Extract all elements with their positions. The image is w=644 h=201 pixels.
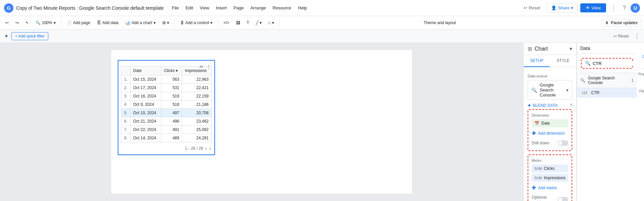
menu-edit[interactable]: Edit <box>183 4 196 12</box>
theme-layout-button[interactable]: Theme and layout <box>420 19 460 26</box>
eye-icon: 👁 <box>586 5 590 10</box>
app-logo: G <box>4 3 13 13</box>
line-icon: ╱ <box>256 20 258 25</box>
undo-button[interactable]: ↩ <box>3 19 11 26</box>
edit-chart-button[interactable]: ✏ <box>199 63 204 70</box>
reset-button[interactable]: ↩ Reset <box>520 3 544 12</box>
image-button[interactable]: 🖼 <box>233 19 243 26</box>
control-icon: 🎛 <box>180 20 184 25</box>
metric-section: Metric SUM Clicks SUM Impressions ✚ Add … <box>528 154 572 201</box>
separator-3 <box>218 19 218 27</box>
share-button[interactable]: 👤 Share ▾ <box>547 3 578 13</box>
code-button[interactable]: </> <box>221 19 232 26</box>
prev-page-button[interactable]: ‹ <box>205 145 208 152</box>
table-row: 2. Oct 17, 2024 531 22,421 <box>121 84 212 92</box>
menu-view[interactable]: View <box>197 4 212 12</box>
filter-reset-button[interactable]: ↩ Reset <box>611 32 631 40</box>
data-source-header: 🔍 Google Search Console 1 <box>577 73 637 88</box>
blend-data-button[interactable]: ✚ BLEND DATA ? <box>528 102 572 109</box>
filter-bar-right: ↩ Reset ⋮ <box>611 32 640 40</box>
table-row: 3. Oct 16, 2024 519 22,159 <box>121 92 212 100</box>
menu-help[interactable]: Help <box>295 4 310 12</box>
add-chart-button[interactable]: 📊 Add a chart ▾ <box>122 19 158 26</box>
add-data-button[interactable]: 🗄 Add data <box>94 19 121 26</box>
select-tool-button[interactable]: ↖ <box>23 19 32 26</box>
add-page-icon: 📄 <box>67 20 72 25</box>
blend-icon: ✚ <box>528 103 531 108</box>
table-footer: 1 - 28 / 28 ‹ › <box>121 145 212 152</box>
filter-more-icon[interactable]: ⋮ <box>634 32 640 40</box>
table-header-date[interactable]: Date <box>130 66 161 75</box>
table-header-num <box>121 66 130 75</box>
metric-chip-clicks[interactable]: SUM Clicks <box>532 164 568 173</box>
data-source-dropdown-button[interactable]: ▾ <box>566 87 569 93</box>
canvas-area: ✏ ⋮ Date Clicks ▾ Impressions <box>0 43 523 201</box>
menu-file[interactable]: File <box>169 4 181 12</box>
data-source-label: Data source <box>528 74 572 78</box>
panel-body: Data source 🔍 Google Search Console ▾ ✚ … <box>524 67 576 201</box>
drill-down-label: Drill down <box>532 141 557 145</box>
metric-label: Metric <box>532 158 568 162</box>
chart-panel-title: Chart <box>535 46 548 52</box>
add-control-button[interactable]: 🎛 Add a control ▾ <box>177 19 215 26</box>
add-data-icon: 🗄 <box>97 20 101 25</box>
add-page-button[interactable]: 📄 Add page <box>64 19 93 26</box>
text-icon: T <box>247 20 249 25</box>
toggle-knob <box>558 141 562 145</box>
add-dimension-button[interactable]: ✚ Add dimension <box>532 129 568 138</box>
sidebar-properties-button[interactable]: ✏ Properties <box>637 63 644 79</box>
pause-updates-button[interactable]: ⏸ Pause updates <box>601 19 641 27</box>
chart-icon: 📊 <box>125 20 130 25</box>
data-source-icon: 🔍 <box>531 87 537 93</box>
data-source-row: 🔍 Google Search Console ▾ <box>528 80 572 100</box>
table-row: 8. Oct 14, 2024 489 24,281 <box>121 134 212 142</box>
next-page-button[interactable]: › <box>209 145 212 152</box>
add-metric-button[interactable]: ✚ Add metric <box>532 183 568 192</box>
menu-page[interactable]: Page <box>231 4 246 12</box>
app-title: Copy of Two Minute Reports : Google Sear… <box>16 5 164 11</box>
separator-2 <box>174 19 175 27</box>
menu-insert[interactable]: Insert <box>213 4 230 12</box>
line-button[interactable]: ╱ ▾ <box>253 19 264 26</box>
undo-icon: ↩ <box>5 20 9 25</box>
data-search-input[interactable] <box>593 61 644 66</box>
metric-chip-impressions[interactable]: SUM Impressions <box>532 174 568 182</box>
more-options-button[interactable]: ⋮ <box>609 3 618 13</box>
data-field-ctr[interactable]: 123 CTR <box>577 88 637 98</box>
tab-setup[interactable]: SETUP <box>524 55 550 67</box>
main-content: ✏ ⋮ Date Clicks ▾ Impressions <box>0 43 644 201</box>
drill-down-row: Drill down <box>532 140 568 146</box>
zoom-button[interactable]: 🔍 100% ▾ <box>33 19 58 26</box>
avatar[interactable]: U <box>631 3 640 13</box>
dimension-chip-date[interactable]: 📅 Date <box>532 119 568 127</box>
panel-dropdown-button[interactable]: ▾ <box>570 46 572 52</box>
table-row: 1. Oct 15, 2024 563 22,963 <box>121 75 212 84</box>
drill-down-toggle[interactable] <box>557 140 568 146</box>
code-icon: </> <box>223 20 229 25</box>
optional-metrics-toggle[interactable] <box>557 197 568 201</box>
sidebar-filterbar-button[interactable]: ▼ Filter bar <box>638 80 644 96</box>
chart-panel-icon: ⊞ <box>528 46 532 52</box>
text-button[interactable]: T <box>244 19 252 26</box>
table-header-clicks[interactable]: Clicks ▾ <box>161 66 182 75</box>
view-button[interactable]: 👁 View <box>580 3 606 12</box>
panel-header: ⊞ Chart ▾ <box>524 43 576 55</box>
filter-bar: ▼ + Add quick filter ↩ Reset ⋮ <box>0 29 644 43</box>
chart-more-button[interactable]: ⋮ <box>206 63 212 70</box>
add-dimension-icon: ✚ <box>532 130 536 136</box>
tab-style[interactable]: STYLE <box>550 55 576 67</box>
redo-button[interactable]: ↪ <box>13 19 21 26</box>
menu-arrange[interactable]: Arrange <box>248 4 268 12</box>
help-button[interactable]: ? <box>621 3 628 13</box>
optional-toggle-knob <box>558 198 562 201</box>
shape-button[interactable]: □ ▾ <box>266 19 277 26</box>
datasource-header-icon: 🔍 <box>580 78 585 83</box>
blend-help-icon: ? <box>570 103 572 108</box>
menu-resource[interactable]: Resource <box>270 4 294 12</box>
top-bar-right: ↩ Reset 👤 Share ▾ 👁 View ⋮ ? U <box>520 3 640 13</box>
sidebar-data-button[interactable]: 🗄 Data <box>641 46 644 61</box>
grid-button[interactable]: ⊞ ▾ <box>160 19 172 26</box>
add-quick-filter-button[interactable]: + Add quick filter <box>11 32 48 40</box>
grid-dropdown-icon: ▾ <box>167 20 169 25</box>
data-field-list: 🔍 Google Search Console 1 123 CTR <box>577 73 637 201</box>
